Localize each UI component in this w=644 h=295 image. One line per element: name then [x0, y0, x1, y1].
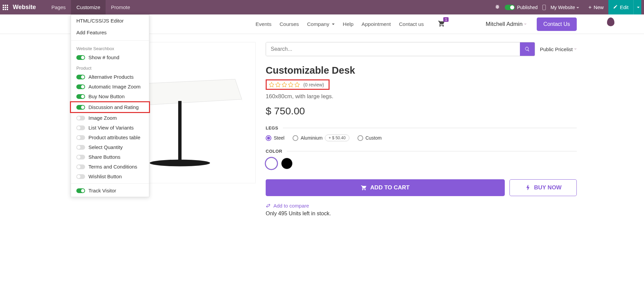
- divider: [71, 183, 149, 184]
- toggle-on-icon: [76, 105, 85, 110]
- add-to-cart-button[interactable]: ADD TO CART: [266, 179, 505, 196]
- menu-promote[interactable]: Promote: [106, 0, 136, 14]
- plus-icon: +: [589, 4, 592, 10]
- toggle-off-icon: [76, 116, 85, 120]
- cm-show-found[interactable]: Show # found: [71, 52, 149, 62]
- topbar-right: Published My Website +New: [495, 0, 608, 14]
- cm-label: Track Visitor: [88, 188, 116, 193]
- search-box: [266, 42, 535, 56]
- cm-toggle-discussion-and-rating[interactable]: Discussion and Rating: [70, 101, 150, 113]
- my-website-dropdown[interactable]: My Website: [551, 5, 579, 10]
- divider: [283, 128, 577, 128]
- rating-box[interactable]: (0 review): [266, 79, 330, 90]
- cm-label: Buy Now Button: [88, 94, 125, 99]
- cm-label: Terms and Conditions: [88, 164, 137, 170]
- customize-dropdown: HTML/CSS/JS Editor Add Features Website …: [71, 14, 149, 197]
- cm-track-visitor[interactable]: Track Visitor: [71, 186, 149, 195]
- legs-custom[interactable]: Custom: [357, 135, 382, 141]
- published-label: Published: [517, 5, 538, 10]
- cm-toggle-terms-and-conditions[interactable]: Terms and Conditions: [71, 162, 149, 172]
- nav-events[interactable]: Events: [256, 20, 271, 28]
- divider: [71, 40, 149, 41]
- search-input[interactable]: [266, 42, 520, 56]
- cm-label: List View of Variants: [88, 125, 134, 131]
- pricelist-dropdown[interactable]: Public Pricelist: [540, 46, 577, 52]
- stock-info: Only 495 Units left in stock.: [266, 211, 577, 217]
- stars: [269, 82, 300, 87]
- cart-icon[interactable]: 1: [438, 20, 445, 28]
- mobile-icon[interactable]: [542, 5, 546, 10]
- toggle-off-icon: [76, 125, 85, 130]
- cm-section-product: Product: [71, 62, 149, 72]
- menu-customize[interactable]: Customize: [71, 0, 106, 14]
- cm-label: Select Quantity: [88, 144, 123, 150]
- nav-company[interactable]: Company: [307, 20, 335, 28]
- cm-toggle-image-zoom[interactable]: Image Zoom: [71, 113, 149, 123]
- search-row: Public Pricelist: [266, 42, 577, 56]
- radio-icon: [293, 135, 298, 141]
- published-toggle[interactable]: Published: [505, 5, 538, 10]
- cm-toggle-automatic-image-zoom[interactable]: Automatic Image Zoom: [71, 82, 149, 91]
- menu-pages[interactable]: Pages: [46, 0, 71, 14]
- cm-toggle-list-view-of-variants[interactable]: List View of Variants: [71, 123, 149, 133]
- cm-label: Automatic Image Zoom: [88, 84, 141, 89]
- apps-icon[interactable]: [3, 5, 8, 10]
- price-tag: + $ 50.40: [325, 135, 349, 141]
- nav-help[interactable]: Help: [343, 20, 353, 28]
- bug-icon[interactable]: [495, 4, 500, 10]
- cm-toggle-buy-now-button[interactable]: Buy Now Button: [71, 91, 149, 101]
- color-white[interactable]: [266, 158, 277, 169]
- pencil-icon: [613, 4, 618, 10]
- cm-html-editor[interactable]: HTML/CSS/JS Editor: [71, 15, 149, 27]
- color-label-row: COLOR: [266, 149, 577, 154]
- toggle-off-icon: [76, 164, 85, 169]
- cm-toggle-wishlist-button[interactable]: Wishlist Button: [71, 172, 149, 181]
- cm-toggle-select-quantity[interactable]: Select Quantity: [71, 142, 149, 152]
- nav-contact[interactable]: Contact us: [399, 20, 424, 28]
- cm-label: Share Buttons: [88, 154, 120, 160]
- cm-add-features[interactable]: Add Features: [71, 27, 149, 38]
- cm-toggle-share-buttons[interactable]: Share Buttons: [71, 152, 149, 162]
- toggle-on-icon: [76, 55, 85, 60]
- product-details: Public Pricelist Customizable Desk (0 re…: [266, 42, 577, 217]
- cm-label: Product attributes table: [88, 135, 140, 140]
- color-label: COLOR: [266, 149, 282, 154]
- contact-us-button[interactable]: Contact Us: [537, 17, 577, 31]
- legs-aluminium[interactable]: Aluminium + $ 50.40: [293, 135, 349, 141]
- toggle-on-icon: [76, 188, 85, 193]
- color-black[interactable]: [281, 158, 293, 169]
- brand[interactable]: Website: [13, 4, 36, 11]
- cm-toggle-alternative-products[interactable]: Alternative Products: [71, 72, 149, 82]
- product-title: Customizable Desk: [266, 65, 577, 76]
- legs-steel[interactable]: Steel: [266, 135, 285, 141]
- cm-label: Alternative Products: [88, 74, 134, 80]
- toggle-on-icon: [505, 5, 515, 10]
- top-menu: Pages Customize Promote: [46, 0, 136, 14]
- cart-badge: 1: [443, 17, 449, 22]
- toggle-on-icon: [76, 84, 85, 89]
- buy-now-button[interactable]: BUY NOW: [509, 179, 577, 196]
- cm-label: Show # found: [88, 54, 119, 60]
- new-button[interactable]: +New: [584, 0, 608, 14]
- nav-appointment[interactable]: Appointment: [362, 20, 391, 28]
- review-count: (0 review): [303, 82, 324, 87]
- cm-toggle-product-attributes-table[interactable]: Product attributes table: [71, 133, 149, 142]
- star-icon: [294, 82, 300, 87]
- compare-icon: [266, 203, 271, 208]
- edit-dropdown[interactable]: [633, 0, 641, 14]
- user-dropdown[interactable]: Mitchell Admin: [486, 21, 527, 28]
- option-label: Aluminium: [301, 135, 323, 141]
- legs-options: Steel Aluminium + $ 50.40 Custom: [266, 135, 577, 141]
- nav-courses[interactable]: Courses: [279, 20, 299, 28]
- toggle-on-icon: [76, 94, 85, 99]
- edit-button[interactable]: Edit: [608, 0, 633, 14]
- star-icon: [275, 82, 281, 87]
- cm-label: Image Zoom: [88, 115, 117, 121]
- legs-label: LEGS: [266, 125, 278, 131]
- legs-label-row: LEGS: [266, 125, 577, 131]
- action-buttons: ADD TO CART BUY NOW: [266, 179, 577, 196]
- add-to-compare[interactable]: Add to compare: [266, 203, 577, 209]
- search-button[interactable]: [520, 42, 535, 56]
- product-price: $ 750.00: [266, 105, 577, 117]
- bolt-icon: [525, 185, 531, 191]
